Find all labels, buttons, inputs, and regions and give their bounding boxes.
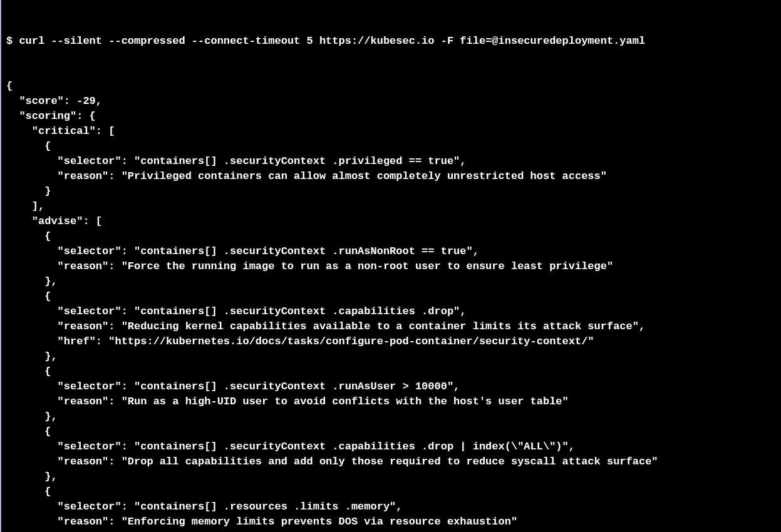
output-line: { bbox=[6, 79, 776, 94]
terminal-window[interactable]: $ curl --silent --compressed --connect-t… bbox=[0, 0, 781, 532]
output-line: { bbox=[6, 139, 776, 154]
output-line: "selector": "containers[] .securityConte… bbox=[6, 379, 776, 394]
output-line: "selector": "containers[] .securityConte… bbox=[6, 439, 776, 454]
output-line: } bbox=[6, 184, 776, 199]
output-line: "scoring": { bbox=[6, 109, 776, 124]
output-line: "advise": [ bbox=[6, 214, 776, 229]
output-line: "reason": "Privileged containers can all… bbox=[6, 169, 776, 184]
command-line: $ curl --silent --compressed --connect-t… bbox=[6, 34, 776, 49]
output-line: "reason": "Force the running image to ru… bbox=[6, 259, 776, 274]
output-line: "critical": [ bbox=[6, 124, 776, 139]
output-line: }, bbox=[6, 349, 776, 364]
output-line: "selector": "containers[] .resources .li… bbox=[6, 499, 776, 514]
prompt-symbol: $ bbox=[6, 35, 19, 47]
output-line: { bbox=[6, 484, 776, 499]
output-line: "reason": "Reducing kernel capabilities … bbox=[6, 319, 776, 334]
output-line: "reason": "Drop all capabilities and add… bbox=[6, 454, 776, 469]
output-line: "reason": "Enforcing memory limits preve… bbox=[6, 514, 776, 529]
output-line: { bbox=[6, 229, 776, 244]
output-line: "score": -29, bbox=[6, 94, 776, 109]
terminal-output: { "score": -29, "scoring": { "critical":… bbox=[6, 79, 776, 532]
command-text: curl --silent --compressed --connect-tim… bbox=[19, 35, 645, 47]
output-line: "selector": "containers[] .securityConte… bbox=[6, 304, 776, 319]
output-line: "selector": "containers[] .securityConte… bbox=[6, 154, 776, 169]
output-line: "selector": "containers[] .securityConte… bbox=[6, 244, 776, 259]
output-line: "href": "https://kubernetes.io/docs/task… bbox=[6, 334, 776, 349]
output-line: "reason": "Run as a high-UID user to avo… bbox=[6, 394, 776, 409]
output-line: }, bbox=[6, 409, 776, 424]
output-line: } bbox=[6, 529, 776, 532]
output-line: { bbox=[6, 289, 776, 304]
output-line: ], bbox=[6, 199, 776, 214]
output-line: }, bbox=[6, 274, 776, 289]
output-line: }, bbox=[6, 469, 776, 484]
output-line: { bbox=[6, 364, 776, 379]
output-line: { bbox=[6, 424, 776, 439]
